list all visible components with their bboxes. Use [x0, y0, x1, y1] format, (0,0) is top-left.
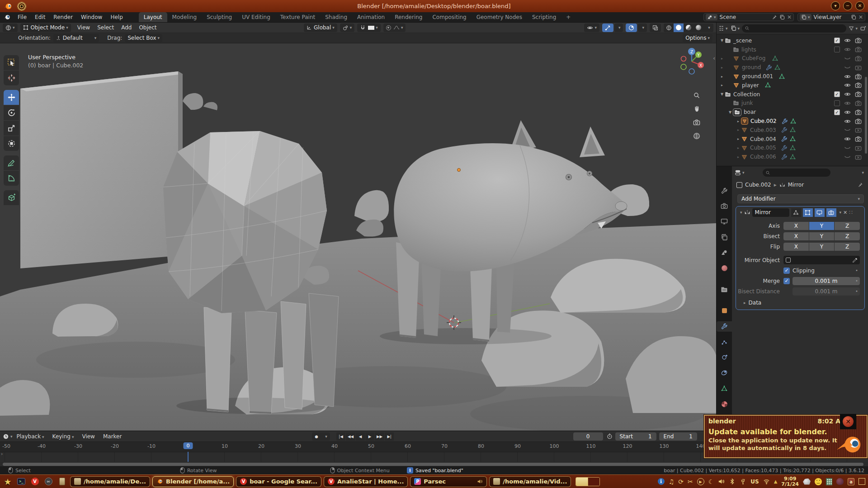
paint-applet-icon[interactable] — [836, 478, 844, 485]
modifier-name-field[interactable]: Mirror — [752, 208, 789, 217]
use-preview-range-toggle[interactable] — [607, 433, 613, 439]
breadcrumb-modifier[interactable]: Mirror — [788, 182, 804, 188]
previous-keyframe-button[interactable]: ◀◀ — [346, 432, 355, 441]
updates-icon[interactable]: ⟳ — [678, 476, 684, 488]
auto-keying-toggle[interactable]: ● — [312, 432, 321, 441]
outliner-row-ground[interactable]: ▸ ground — [717, 63, 868, 72]
tab-particles[interactable] — [717, 337, 731, 347]
play-button[interactable]: ▶ — [365, 432, 374, 441]
breadcrumb-object[interactable]: Cube.002 — [745, 182, 771, 188]
gizmos-dropdown[interactable]: ▾ — [614, 23, 623, 32]
pivot-point-dropdown[interactable]: ▾ — [340, 23, 355, 32]
menu-render[interactable]: Render — [49, 12, 77, 22]
bluetooth-icon[interactable] — [729, 478, 736, 485]
new-scene-icon[interactable] — [779, 14, 785, 20]
tool-cursor[interactable] — [4, 70, 19, 85]
tab-scripting[interactable]: Scripting — [527, 12, 561, 22]
menu-edit[interactable]: Edit — [31, 12, 49, 22]
outliner-row-scene[interactable]: ▼ _scene ✓ — [717, 36, 868, 45]
shading-wireframe-button[interactable] — [664, 23, 674, 32]
data-section-toggle[interactable]: ▸ Data — [742, 300, 864, 306]
menu-select[interactable]: Select — [94, 24, 118, 31]
music-player-icon[interactable]: ♫ — [669, 476, 675, 488]
pan-view-button[interactable] — [691, 103, 703, 115]
channel-expand-arrow[interactable]: › — [1, 451, 3, 457]
axis-x-button[interactable]: X — [783, 222, 809, 230]
clipping-checkbox[interactable]: ✓ — [783, 267, 790, 274]
menu-file[interactable]: File — [14, 12, 31, 22]
tab-scene[interactable] — [717, 247, 731, 258]
timeline-scrollbar[interactable] — [3, 463, 863, 466]
clock[interactable]: 9:09 7/1/24 — [781, 476, 799, 487]
app-menu-button[interactable]: ★ — [2, 476, 14, 488]
bisect-y-button[interactable]: Y — [809, 232, 835, 240]
playhead[interactable]: 0 — [184, 442, 193, 449]
navigation-gizmo[interactable]: Z Y X — [677, 47, 706, 76]
tab-texture-paint[interactable]: Texture Paint — [275, 12, 320, 22]
volume-icon[interactable] — [718, 478, 725, 485]
remove-view-layer-icon[interactable]: ✕ — [859, 14, 863, 20]
tool-annotate[interactable] — [4, 155, 19, 170]
tool-select-box[interactable] — [4, 55, 19, 70]
show-on-cage-toggle[interactable] — [791, 208, 801, 217]
outliner-row-cube003[interactable]: ▸ Cube.003 — [717, 126, 868, 135]
flip-z-button[interactable]: Z — [835, 243, 860, 251]
zoom-view-button[interactable] — [691, 89, 703, 101]
tab-render[interactable] — [717, 201, 731, 211]
vivaldi-launcher[interactable]: V — [29, 476, 41, 488]
shading-rendered-button[interactable] — [693, 23, 703, 32]
flip-y-button[interactable]: Y — [809, 243, 835, 251]
show-in-viewport-toggle[interactable] — [815, 208, 825, 217]
tool-scale[interactable] — [4, 121, 19, 136]
task-browser-boar-search[interactable]: V boar - Google Sear... — [236, 476, 321, 487]
outliner-filter-dropdown[interactable]: ▾ — [849, 26, 858, 31]
bisect-x-button[interactable]: X — [783, 232, 809, 240]
menu-window[interactable]: Window — [77, 12, 106, 22]
shading-material-button[interactable] — [684, 23, 693, 32]
editor-type-dropdown[interactable]: ▾ — [3, 23, 18, 32]
night-light-icon[interactable]: ☾ — [708, 476, 714, 488]
transform-orientation-dropdown[interactable]: Global▾ — [304, 23, 337, 32]
blender-menu-icon[interactable] — [4, 14, 11, 21]
stone-applet-icon[interactable] — [803, 479, 811, 485]
timeline-editor-dropdown[interactable]: ▾ — [3, 433, 13, 440]
outliner-display-mode-dropdown[interactable]: ▾ — [731, 25, 740, 31]
emoji-applet-icon[interactable] — [815, 478, 822, 485]
workspace-pager[interactable] — [576, 477, 600, 486]
drag-value-dropdown[interactable]: Select Box▾ — [125, 34, 162, 42]
auto-keying-dropdown[interactable]: ▾ — [321, 432, 330, 441]
tool-transform[interactable] — [4, 136, 19, 151]
viewport-3d[interactable]: User Perspective (0) boar | Cube.002 Z Y… — [0, 43, 716, 431]
task-parsec[interactable]: P Parsec — [410, 476, 487, 487]
show-in-edit-mode-toggle[interactable] — [803, 208, 813, 217]
axis-z-button[interactable]: Z — [835, 222, 860, 230]
media-editor-launcher[interactable]: ✂ — [42, 476, 54, 488]
view-layer-selector[interactable]: ▾ ViewLayer ✕ — [797, 13, 865, 21]
outliner-row-ground001[interactable]: ▸ ground.001 — [717, 72, 868, 81]
tab-animation[interactable]: Animation — [352, 12, 390, 22]
drag-handle-icon[interactable]: ∷ — [849, 209, 852, 216]
menu-playback[interactable]: Playback▾ — [13, 433, 48, 440]
notification-close-button[interactable]: ✕ — [840, 414, 856, 429]
task-blender[interactable]: Blender [/home/a... — [152, 476, 234, 487]
scene-selector[interactable]: ▾ Scene ✕ — [703, 13, 794, 21]
outliner-row-cube006[interactable]: ▸ Cube.006 — [717, 152, 868, 161]
overlays-toggle[interactable] — [626, 23, 637, 32]
next-keyframe-button[interactable]: ▶▶ — [375, 432, 384, 441]
outliner-row-lights[interactable]: lights — [717, 45, 868, 54]
task-files-videos[interactable]: /home/amalie/Vid... — [489, 476, 571, 487]
tab-object-data[interactable] — [717, 383, 731, 394]
menu-keying[interactable]: Keying▾ — [48, 433, 78, 440]
new-collection-button[interactable] — [860, 25, 866, 31]
pin-icon[interactable] — [772, 14, 777, 20]
outliner-row-cube002[interactable]: ▸ Cube.002 — [717, 117, 868, 126]
saved-report[interactable]: i Saved "boar.blend" — [407, 467, 463, 474]
outliner-row-cube005[interactable]: ▸ Cube.005 — [717, 144, 868, 153]
start-frame-field[interactable]: Start1 — [615, 432, 656, 441]
properties-search-input[interactable] — [763, 169, 830, 177]
minimize-button[interactable]: − — [843, 1, 852, 10]
menu-add[interactable]: Add — [118, 24, 135, 31]
menu-help[interactable]: Help — [106, 12, 127, 22]
gizmos-toggle[interactable] — [602, 23, 613, 32]
tab-sculpting[interactable]: Sculpting — [202, 12, 237, 22]
